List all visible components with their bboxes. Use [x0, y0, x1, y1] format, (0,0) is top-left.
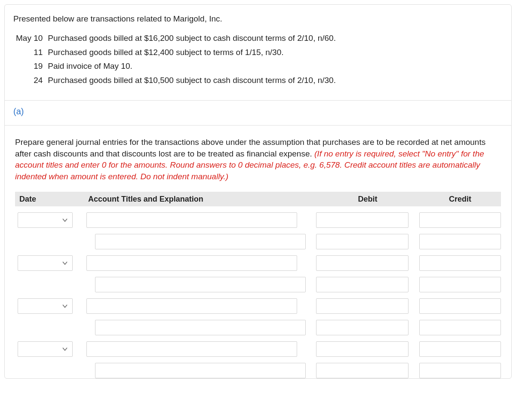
journal-row: [15, 341, 501, 357]
problem-statement: Presented below are transactions related…: [5, 5, 511, 100]
transaction-date: May 10: [13, 31, 45, 46]
debit-input[interactable]: [316, 363, 408, 378]
chevron-down-icon: [62, 346, 68, 352]
journal-row: [15, 277, 501, 292]
debit-input[interactable]: [316, 320, 408, 335]
journal-row: [15, 234, 501, 249]
date-select[interactable]: [18, 341, 73, 357]
journal-entry-grid: Date Account Titles and Explanation Debi…: [15, 192, 501, 378]
journal-row: [15, 212, 501, 228]
header-debit: Debit: [316, 195, 419, 204]
transaction-desc: Purchased goods billed at $16,200 subjec…: [45, 31, 338, 46]
account-title-input[interactable]: [95, 363, 306, 378]
transaction-row: May 10 Purchased goods billed at $16,200…: [13, 31, 338, 46]
debit-input[interactable]: [316, 234, 408, 249]
transactions-table: May 10 Purchased goods billed at $16,200…: [13, 31, 338, 87]
journal-header: Date Account Titles and Explanation Debi…: [15, 192, 501, 206]
debit-input[interactable]: [316, 212, 408, 228]
transaction-row: 11 Purchased goods billed at $12,400 sub…: [13, 46, 338, 60]
debit-input[interactable]: [316, 255, 408, 271]
header-date: Date: [15, 195, 84, 204]
transaction-date: 19: [13, 59, 45, 74]
transaction-desc: Purchased goods billed at $12,400 subjec…: [45, 46, 338, 60]
credit-input[interactable]: [419, 234, 501, 249]
account-title-input[interactable]: [86, 255, 297, 271]
transaction-date: 24: [13, 74, 45, 88]
part-body: Prepare general journal entries for the …: [5, 125, 511, 378]
date-select[interactable]: [18, 255, 73, 271]
problem-card: Presented below are transactions related…: [4, 4, 512, 379]
journal-row: [15, 320, 501, 335]
chevron-down-icon: [62, 260, 68, 266]
part-label: (a): [5, 100, 511, 125]
credit-input[interactable]: [419, 298, 501, 314]
credit-input[interactable]: [419, 212, 501, 228]
instructions: Prepare general journal entries for the …: [15, 137, 501, 182]
transaction-row: 19 Paid invoice of May 10.: [13, 59, 338, 74]
debit-input[interactable]: [316, 277, 408, 292]
credit-input[interactable]: [419, 255, 501, 271]
chevron-down-icon: [62, 217, 68, 223]
credit-input[interactable]: [419, 320, 501, 335]
chevron-down-icon: [62, 303, 68, 309]
account-title-input[interactable]: [95, 234, 306, 249]
journal-row: [15, 298, 501, 314]
credit-input[interactable]: [419, 363, 501, 378]
transaction-desc: Purchased goods billed at $10,500 subjec…: [45, 74, 338, 88]
transaction-row: 24 Purchased goods billed at $10,500 sub…: [13, 74, 338, 88]
account-title-input[interactable]: [86, 341, 297, 357]
journal-row: [15, 363, 501, 378]
account-title-input[interactable]: [95, 320, 306, 335]
header-credit: Credit: [419, 195, 501, 204]
account-title-input[interactable]: [86, 212, 297, 228]
credit-input[interactable]: [419, 341, 501, 357]
date-select[interactable]: [18, 298, 73, 314]
account-title-input[interactable]: [86, 298, 297, 314]
date-select[interactable]: [18, 212, 73, 228]
debit-input[interactable]: [316, 341, 408, 357]
account-title-input[interactable]: [95, 277, 306, 292]
debit-input[interactable]: [316, 298, 408, 314]
intro-text: Presented below are transactions related…: [13, 14, 503, 24]
journal-row: [15, 255, 501, 271]
header-account: Account Titles and Explanation: [84, 195, 316, 204]
credit-input[interactable]: [419, 277, 501, 292]
transaction-desc: Paid invoice of May 10.: [45, 59, 338, 74]
transaction-date: 11: [13, 46, 45, 60]
